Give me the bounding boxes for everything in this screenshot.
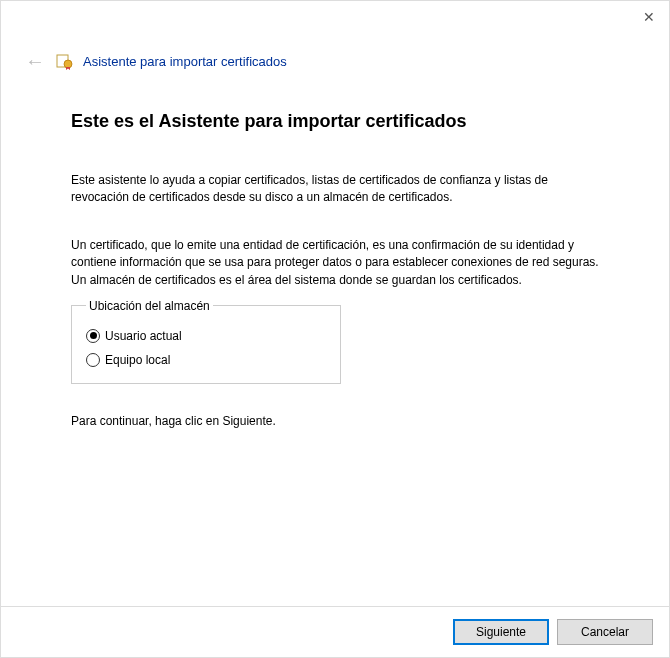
radio-label: Equipo local bbox=[105, 353, 170, 367]
store-location-legend: Ubicación del almacén bbox=[86, 299, 213, 313]
radio-label: Usuario actual bbox=[105, 329, 182, 343]
store-location-group: Ubicación del almacén Usuario actual Equ… bbox=[71, 299, 341, 384]
wizard-title: Asistente para importar certificados bbox=[83, 54, 287, 69]
continue-instruction: Para continuar, haga clic en Siguiente. bbox=[71, 414, 599, 428]
close-icon[interactable]: ✕ bbox=[643, 9, 655, 25]
back-arrow-icon: ← bbox=[21, 51, 45, 71]
wizard-footer: Siguiente Cancelar bbox=[1, 606, 669, 657]
intro-paragraph-1: Este asistente lo ayuda a copiar certifi… bbox=[71, 172, 599, 207]
radio-icon bbox=[86, 329, 100, 343]
certificate-wizard-icon bbox=[55, 52, 73, 70]
page-heading: Este es el Asistente para importar certi… bbox=[71, 111, 599, 132]
next-button[interactable]: Siguiente bbox=[453, 619, 549, 645]
svg-point-1 bbox=[64, 60, 72, 68]
intro-paragraph-2: Un certificado, que lo emite una entidad… bbox=[71, 237, 599, 289]
wizard-content: Este es el Asistente para importar certi… bbox=[1, 81, 669, 448]
wizard-header: ← Asistente para importar certificados bbox=[1, 1, 669, 81]
radio-icon bbox=[86, 353, 100, 367]
cancel-button[interactable]: Cancelar bbox=[557, 619, 653, 645]
radio-local-machine[interactable]: Equipo local bbox=[86, 353, 326, 367]
radio-current-user[interactable]: Usuario actual bbox=[86, 329, 326, 343]
